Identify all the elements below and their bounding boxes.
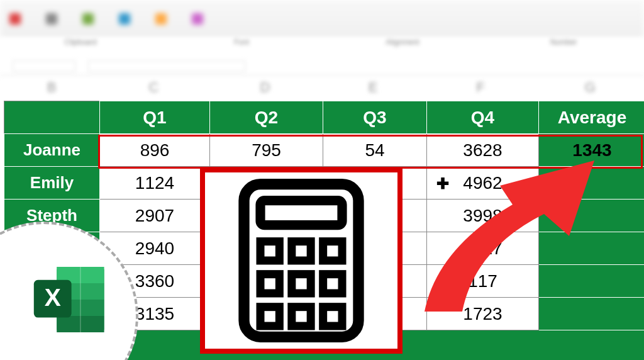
ribbon-group-labels: Clipboard Font Alignment Number [0,38,644,57]
cell[interactable]: 1723 [427,298,539,330]
cell[interactable]: 3628 [427,134,539,167]
table-header-row: Q1 Q2 Q3 Q4 Average [4,101,645,134]
svg-rect-1 [260,201,342,225]
cell[interactable]: 1124 [100,167,210,200]
col-header-q1[interactable]: Q1 [100,101,210,134]
calculator-overlay [200,167,402,354]
svg-rect-6 [292,274,311,293]
cell[interactable]: 54 [323,134,427,167]
svg-rect-8 [260,307,279,326]
svg-rect-9 [292,307,311,326]
avg-cell[interactable] [539,167,645,200]
cell[interactable]: 3817 [427,232,539,265]
svg-text:X: X [45,284,61,311]
ribbon-toolbar[interactable] [0,0,644,38]
cell[interactable]: 795 [210,134,323,167]
avg-cell[interactable] [539,265,645,298]
column-headers[interactable]: B C D E F G [0,76,644,101]
avg-cell[interactable] [539,200,645,232]
calculator-icon [232,179,370,342]
excel-icon: X [29,259,111,340]
row-name[interactable]: Joanne [4,134,100,167]
table-row: Joanne 896 795 54 3628 1343 [4,134,645,167]
cell[interactable]: 117 [427,265,539,298]
avg-cell[interactable]: 1343 [539,134,645,167]
col-header-average[interactable]: Average [539,101,645,134]
avg-cell[interactable] [539,298,645,330]
row-name[interactable]: Emily [4,167,100,200]
col-header-q3[interactable]: Q3 [323,101,427,134]
cell[interactable]: 896 [100,134,210,167]
col-header-q2[interactable]: Q2 [210,101,323,134]
svg-rect-10 [323,307,342,326]
svg-rect-3 [292,242,311,261]
cursor-icon: ✚ [436,175,449,193]
col-header-q4[interactable]: Q4 [427,101,539,134]
avg-cell[interactable] [539,232,645,265]
cell[interactable]: 2907 [100,200,210,232]
corner-cell[interactable] [4,101,100,134]
svg-rect-2 [260,242,279,261]
formula-bar[interactable] [0,57,644,76]
name-box[interactable] [13,60,75,72]
svg-rect-7 [323,274,342,293]
svg-rect-5 [260,274,279,293]
cell[interactable]: 3998 [427,200,539,232]
formula-input[interactable] [88,60,245,72]
svg-rect-4 [323,242,342,261]
